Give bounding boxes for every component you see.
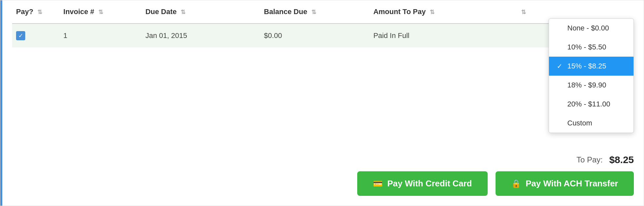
to-pay-label: To Pay: [576,155,603,164]
dropdown-item-custom[interactable]: Custom [549,114,634,133]
cell-invoice-number: 1 [59,24,141,47]
col-header-invoice[interactable]: Invoice # ⇅ [59,0,141,24]
dropdown-item-none[interactable]: None - $0.00 [549,19,634,38]
dropdown-item-15[interactable]: ✓ 15% - $8.25 [549,57,634,76]
bottom-area: To Pay: $8.25 💳 Pay With Credit Card 🔒 P… [357,154,634,196]
payment-buttons-row: 💳 Pay With Credit Card 🔒 Pay With ACH Tr… [357,171,634,196]
cell-amount-to-pay: Paid In Full [369,24,515,47]
sort-icon-balance: ⇅ [311,9,316,16]
to-pay-row: To Pay: $8.25 [576,154,634,165]
pay-checkbox[interactable]: ✓ [16,31,25,40]
main-container: Pay? ⇅ Invoice # ⇅ Due Date ⇅ Balance Du… [0,0,644,206]
dropdown-item-20[interactable]: 20% - $11.00 [549,95,634,114]
tip-dropdown-menu: None - $0.00 10% - $5.50 ✓ 15% - $8.25 1… [549,18,634,133]
col-header-balance[interactable]: Balance Due ⇅ [260,0,369,24]
tip-dropdown-container: None - $0.00 10% - $5.50 ✓ 15% - $8.25 1… [549,18,634,133]
table-row: ✓ 1 Jan 01, 2015 $0.00 Paid In Full [12,24,634,47]
sort-icon-amount: ⇅ [430,9,435,16]
cell-due-date: Jan 01, 2015 [142,24,260,47]
sort-icon-pay: ⇅ [37,9,42,16]
col-header-amount[interactable]: Amount To Pay ⇅ [369,0,515,24]
cell-balance-due: $0.00 [260,24,369,47]
cell-pay: ✓ [12,24,59,47]
pay-credit-card-button[interactable]: 💳 Pay With Credit Card [357,171,488,196]
dropdown-item-18[interactable]: 18% - $9.90 [549,76,634,95]
credit-card-icon: 💳 [373,179,383,188]
sort-icon-invoice: ⇅ [98,9,103,16]
sort-icon-tip: ⇅ [521,9,526,16]
sort-icon-due-date: ⇅ [181,9,185,16]
invoice-table: Pay? ⇅ Invoice # ⇅ Due Date ⇅ Balance Du… [12,0,634,47]
table-header-row: Pay? ⇅ Invoice # ⇅ Due Date ⇅ Balance Du… [12,0,634,24]
lock-icon: 🔒 [511,179,521,188]
pay-ach-button[interactable]: 🔒 Pay With ACH Transfer [496,171,634,196]
col-header-due-date[interactable]: Due Date ⇅ [142,0,260,24]
col-header-pay[interactable]: Pay? ⇅ [12,0,59,24]
to-pay-amount: $8.25 [609,154,634,165]
dropdown-item-10[interactable]: 10% - $5.50 [549,38,634,57]
